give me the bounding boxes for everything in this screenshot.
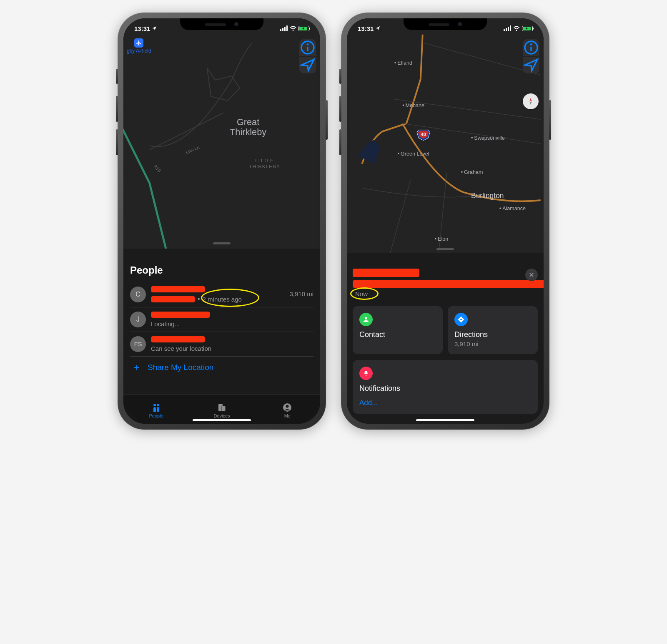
svg-point-5: [157, 404, 159, 406]
tab-people[interactable]: People: [123, 395, 189, 424]
wifi-icon: [513, 26, 520, 31]
tab-me[interactable]: Me: [255, 395, 320, 424]
map-info-button[interactable]: [299, 39, 316, 56]
avatar: ES: [130, 336, 146, 352]
redacted-location: [151, 296, 195, 302]
phone-right: 13:31 •Efland •Meban: [341, 13, 549, 430]
person-row[interactable]: J Locating...: [130, 307, 313, 332]
contact-title: Contact: [359, 330, 436, 339]
map-left[interactable]: A19 Low Ln GreatThirkleby LITTLETHIRKLEB…: [123, 18, 320, 249]
location-arrow-icon: [375, 26, 380, 31]
signal-icon: [504, 25, 511, 31]
home-indicator[interactable]: [193, 419, 251, 421]
redacted-name: [151, 312, 210, 318]
person-row[interactable]: C • 2 minutes ago 3,910 mi: [130, 282, 313, 307]
plus-icon: +: [132, 362, 142, 373]
svg-text:•Alamance: •Alamance: [499, 206, 526, 211]
svg-rect-7: [222, 406, 226, 411]
status-time: 13:31: [358, 25, 374, 32]
avatar: J: [130, 312, 146, 327]
map-locate-button[interactable]: [523, 57, 539, 73]
directions-title: Directions: [454, 330, 531, 339]
add-notification-button[interactable]: Add...: [359, 393, 531, 407]
share-location-button[interactable]: + Share My Location: [130, 357, 313, 376]
svg-marker-24: [529, 101, 532, 105]
svg-point-25: [365, 317, 367, 319]
svg-rect-0: [125, 18, 318, 249]
svg-text:•Efland: •Efland: [394, 60, 412, 66]
directions-card[interactable]: Directions 3,910 mi: [448, 306, 538, 354]
wifi-icon: [290, 26, 296, 31]
devices-icon: [216, 402, 228, 413]
svg-point-22: [531, 44, 532, 45]
svg-text:40: 40: [421, 132, 426, 137]
person-status: Locating...: [151, 320, 313, 327]
svg-text:•Mebane: •Mebane: [402, 103, 424, 108]
notifications-card: Notifications Add...: [353, 360, 538, 414]
avatar: C: [130, 287, 146, 302]
redacted-address: [353, 280, 544, 288]
map-right[interactable]: •Efland •Mebane •Swepsonville •Green Lev…: [347, 18, 544, 253]
redacted-name: [353, 269, 419, 277]
person-time: 2 minutes ago: [203, 296, 242, 303]
sheet-title: People: [130, 260, 313, 282]
svg-point-3: [307, 44, 308, 45]
people-sheet: People C • 2 minutes ago 3,910 mi J: [123, 260, 320, 399]
svg-text:Burlington: Burlington: [471, 191, 504, 200]
svg-point-4: [153, 404, 156, 406]
directions-icon: [454, 313, 468, 326]
timestamp-now: Now: [353, 288, 368, 297]
redacted-name: [151, 336, 205, 342]
airplane-icon: [134, 38, 143, 48]
status-time: 13:31: [134, 25, 150, 32]
notch: [404, 18, 487, 30]
map-info-button[interactable]: [523, 39, 539, 56]
svg-point-9: [286, 405, 289, 408]
location-arrow-icon: [152, 26, 157, 31]
contact-card[interactable]: Contact: [353, 306, 443, 354]
sheet-handle[interactable]: [436, 248, 454, 250]
bell-icon: [359, 367, 373, 380]
phone-left: 13:31 A19 Low Ln GreatThirkleby LITTLETH…: [118, 13, 326, 430]
contact-icon: [359, 313, 373, 326]
people-icon: [150, 402, 162, 413]
person-distance: 3,910 mi: [289, 290, 313, 297]
signal-icon: [280, 25, 288, 31]
detail-sheet: Now Contact Directions 3,910 mi Notifica…: [347, 263, 544, 424]
person-row[interactable]: ES Can see your location: [130, 332, 313, 357]
airfield-marker[interactable]: gby Airfield: [127, 38, 151, 54]
battery-icon: [522, 26, 533, 31]
directions-distance: 3,910 mi: [454, 340, 531, 347]
notch: [180, 18, 263, 30]
svg-text:•Green Level: •Green Level: [398, 151, 429, 157]
close-button[interactable]: [525, 269, 538, 281]
svg-text:•Swepsonville: •Swepsonville: [471, 135, 505, 141]
me-icon: [281, 402, 293, 413]
person-status: Can see your location: [151, 345, 313, 352]
svg-marker-23: [529, 98, 532, 101]
airfield-label: gby Airfield: [127, 48, 151, 54]
share-label: Share My Location: [148, 363, 213, 372]
compass-button[interactable]: [523, 93, 539, 109]
redacted-name: [151, 286, 205, 292]
home-indicator[interactable]: [416, 419, 474, 421]
svg-text:•Graham: •Graham: [461, 169, 483, 175]
battery-icon: [298, 26, 309, 31]
notifications-title: Notifications: [359, 384, 531, 393]
sheet-handle[interactable]: [213, 242, 231, 244]
map-locate-button[interactable]: [299, 57, 316, 73]
